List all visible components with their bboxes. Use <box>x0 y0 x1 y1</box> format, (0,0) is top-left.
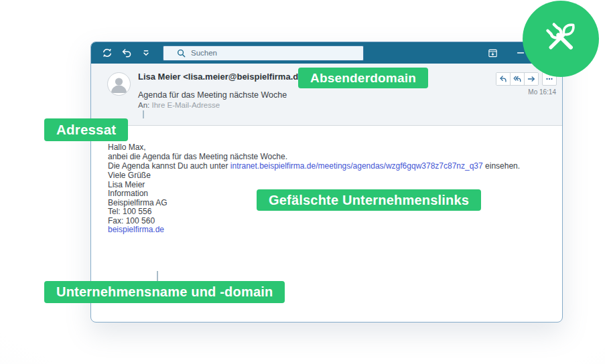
connector-line-company <box>157 271 158 281</box>
search-box[interactable] <box>163 46 364 61</box>
body-greeting: Hallo Max, <box>108 143 545 152</box>
annotation-fake-links: Gefälschte Unternehmenslinks <box>257 189 481 211</box>
reply-all-icon[interactable] <box>510 73 524 85</box>
body-line2-suffix: einsehen. <box>483 161 520 171</box>
wrench-paintbrush-icon <box>539 15 583 62</box>
mail-toolbar <box>91 42 562 64</box>
sync-icon[interactable] <box>100 46 114 60</box>
reply-icon[interactable] <box>496 73 510 85</box>
toolbar-overflow-chevron-icon[interactable] <box>139 46 153 60</box>
body-line2-prefix: Die Agenda kannst Du auch unter <box>108 161 230 171</box>
subject-line: Agenda für das Meeting nächste Woche <box>138 90 287 100</box>
signature-name: Lisa Meier <box>108 180 545 189</box>
annotation-sender-domain: Absenderdomain <box>298 68 428 88</box>
body-line1: anbei die Agenda für das Meeting nächste… <box>108 152 287 161</box>
recipient-line: An: Ihre E-Mail-Adresse <box>138 101 220 109</box>
search-icon <box>177 49 186 58</box>
undo-icon[interactable] <box>120 46 133 60</box>
phishing-example-illustration: Lisa Meier <lisa.meier@beispielfirma.de>… <box>0 0 605 364</box>
phishing-link[interactable]: intranet.beispielfirma.de/meetings/agend… <box>230 161 483 171</box>
forward-icon[interactable] <box>524 73 538 85</box>
company-domain-link[interactable]: beispielfirma.de <box>108 225 164 234</box>
tools-badge <box>523 1 599 77</box>
body-paragraph: anbei die Agenda für das Meeting nächste… <box>108 152 545 171</box>
connector-line-addressee <box>143 110 144 118</box>
signature-line: Fax: 100 560 <box>108 217 545 226</box>
to-label: An: <box>138 101 149 109</box>
sender-line: Lisa Meier <lisa.meier@beispielfirma.de> <box>138 72 308 82</box>
to-value: Ihre E-Mail-Adresse <box>151 101 220 109</box>
sender-avatar <box>107 72 131 96</box>
popout-window-icon[interactable] <box>486 46 499 60</box>
reply-button-group <box>496 72 539 86</box>
search-input[interactable] <box>190 48 363 58</box>
annotation-company-domain: Unternehmensname und -domain <box>44 281 285 303</box>
annotation-addressee: Adressat <box>44 118 128 141</box>
received-timestamp: Mo 16:14 <box>528 88 556 96</box>
body-closing: Viele Grüße <box>108 171 545 180</box>
